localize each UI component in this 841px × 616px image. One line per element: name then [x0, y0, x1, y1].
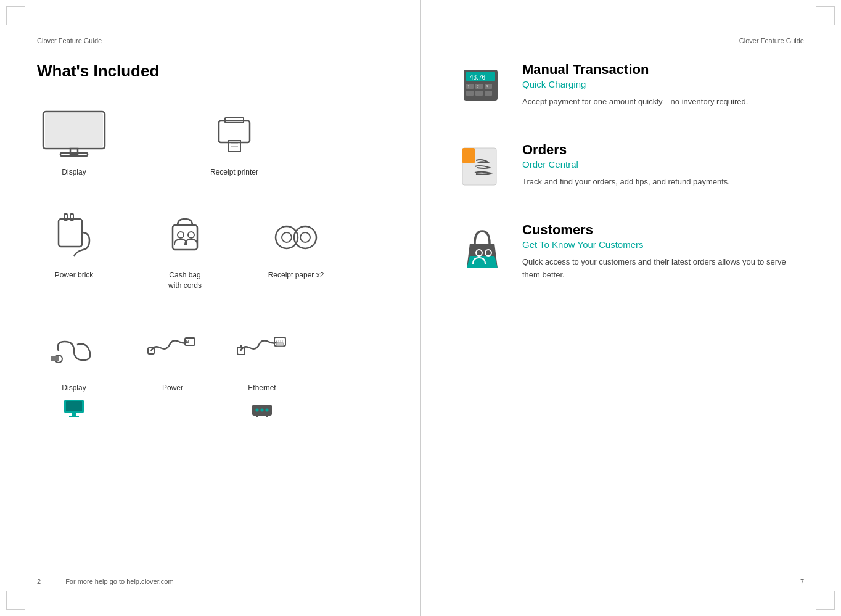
item-cash-bag: Cash bag with cords [148, 208, 222, 291]
svg-text:2: 2 [477, 84, 479, 89]
cash-bag-icon [160, 208, 210, 264]
item-display-label: Display [62, 167, 86, 178]
svg-rect-51 [485, 91, 492, 96]
manual-transaction-text: Manual Transaction Quick Charging Accept… [522, 62, 804, 109]
svg-rect-42 [266, 414, 268, 417]
power-cable-icon [145, 321, 200, 377]
manual-transaction-subtitle: Quick Charging [522, 79, 804, 89]
ethernet-cable-sub-icon [251, 398, 273, 421]
svg-rect-49 [466, 91, 474, 96]
feature-manual-transaction: 43.76 1 2 3 Manual Transaction Quick Cha… [457, 62, 804, 111]
svg-rect-30 [276, 343, 284, 346]
display-icon [37, 105, 111, 161]
svg-rect-20 [51, 356, 59, 361]
receipt-printer-icon [210, 105, 259, 161]
orders-text: Orders Order Central Track and find your… [522, 142, 804, 189]
svg-text:43.76: 43.76 [470, 74, 485, 81]
orders-icon [457, 142, 507, 191]
orders-desc: Track and find your orders, add tips, an… [522, 176, 804, 189]
svg-point-38 [256, 409, 259, 412]
footer-page-number-right: 7 [800, 578, 804, 585]
svg-point-16 [282, 232, 292, 242]
customers-desc: Quick access to your customers and their… [522, 256, 804, 282]
manual-transaction-title: Manual Transaction [522, 62, 804, 78]
items-row-3: Display [37, 321, 384, 421]
footer-right: 7 [800, 578, 804, 585]
svg-rect-24 [69, 416, 79, 417]
items-row-2: Power brick C [37, 208, 384, 291]
svg-rect-56 [462, 148, 475, 163]
svg-text:1: 1 [467, 84, 470, 89]
display-cable-sub-icon [63, 398, 85, 421]
items-row-1: Display Recei [37, 105, 384, 178]
svg-rect-22 [66, 401, 82, 411]
item-receipt-printer: Receipt printer [197, 105, 271, 178]
ethernet-cable-icon [234, 321, 290, 377]
manual-transaction-icon: 43.76 1 2 3 [457, 62, 507, 111]
item-ethernet-cable-label: Ethernet [248, 383, 276, 393]
customers-title: Customers [522, 222, 804, 238]
svg-rect-23 [72, 413, 76, 416]
manual-transaction-desc: Accept payment for one amount quickly—no… [522, 96, 804, 109]
svg-point-39 [261, 409, 264, 412]
page-title: What's Included [37, 62, 384, 81]
svg-point-40 [266, 409, 269, 412]
svg-point-13 [178, 232, 184, 238]
right-page: 43.76 1 2 3 Manual Transaction Quick Cha… [420, 0, 841, 616]
display-cable-icon [49, 321, 99, 377]
svg-rect-2 [70, 149, 78, 155]
customers-text: Customers Get To Know Your Customers Qui… [522, 222, 804, 282]
orders-subtitle: Order Central [522, 159, 804, 170]
svg-rect-4 [219, 121, 250, 142]
item-display-cable-label: Display [62, 383, 86, 393]
items-section: Display Recei [37, 105, 384, 421]
svg-rect-9 [59, 219, 82, 247]
item-power-brick: Power brick [37, 208, 111, 281]
item-receipt-paper-label: Receipt paper x2 [268, 270, 324, 281]
left-page: What's Included Display [0, 0, 420, 616]
power-brick-icon [49, 208, 99, 264]
item-display-cable: Display [37, 321, 111, 421]
orders-title: Orders [522, 142, 804, 158]
item-power-cable: Power [136, 321, 210, 393]
svg-text:3: 3 [486, 84, 488, 89]
svg-rect-41 [256, 414, 258, 417]
svg-rect-36 [240, 345, 242, 348]
item-ethernet-cable: Ethernet [234, 321, 290, 421]
footer-left: 2 For more help go to help.clover.com [37, 578, 174, 585]
feature-customers: Customers Get To Know Your Customers Qui… [457, 222, 804, 282]
footer-page-number-left: 2 [37, 578, 41, 585]
svg-rect-1 [45, 113, 103, 147]
feature-orders: Orders Order Central Track and find your… [457, 142, 804, 191]
item-power-cable-label: Power [162, 383, 183, 393]
item-display: Display [37, 105, 111, 178]
item-receipt-paper: Receipt paper x2 [259, 208, 333, 281]
footer-help-text: For more help go to help.clover.com [65, 578, 173, 585]
item-receipt-printer-label: Receipt printer [210, 167, 258, 178]
item-power-brick-label: Power brick [55, 270, 94, 281]
svg-point-14 [188, 232, 194, 238]
svg-point-18 [300, 232, 310, 242]
receipt-paper-icon [265, 208, 327, 264]
customers-subtitle: Get To Know Your Customers [522, 239, 804, 250]
customers-icon [457, 222, 507, 271]
svg-rect-50 [475, 91, 483, 96]
item-cash-bag-label: Cash bag with cords [168, 270, 202, 291]
